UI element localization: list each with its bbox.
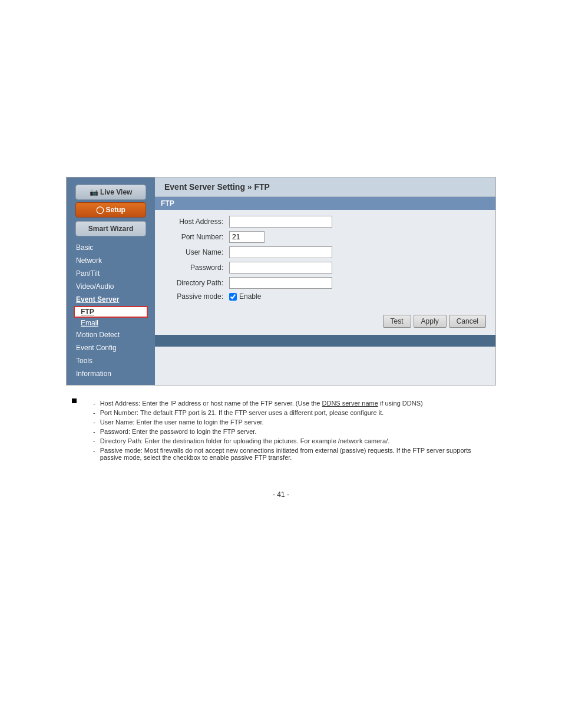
dash-1: -: [93, 400, 95, 407]
sidebar-item-tools[interactable]: Tools: [74, 354, 148, 367]
sidebar-item-motion-detect[interactable]: Motion Detect: [74, 328, 148, 341]
setup-button[interactable]: ◯ Setup: [75, 202, 146, 218]
page-title-text: Event Server Setting » FTP: [164, 182, 270, 192]
sidebar: 📷 Live View ◯ Setup Smart Wizard Basic N…: [67, 177, 155, 385]
password-label: Password:: [164, 263, 229, 272]
sidebar-item-basic[interactable]: Basic: [74, 241, 148, 254]
doc-item-password: - Password: Enter the password to login …: [93, 428, 490, 435]
live-view-button[interactable]: 📷 Live View: [75, 185, 146, 200]
doc-item-directory: - Directory Path: Enter the destination …: [93, 437, 490, 444]
user-name-input[interactable]: [229, 246, 332, 258]
passive-mode-row: Passive mode: Enable: [164, 292, 486, 301]
page-number: - 41 -: [273, 490, 289, 499]
directory-path-row: Directory Path:: [164, 277, 486, 289]
sidebar-nav: Basic Network Pan/Tilt Video/Audio Event…: [67, 241, 155, 380]
section-header: FTP: [155, 197, 495, 210]
directory-path-input[interactable]: [229, 277, 332, 289]
doc-host-text: Host Address: Enter the IP address or ho…: [100, 400, 423, 407]
ui-container: 📷 Live View ◯ Setup Smart Wizard Basic N…: [66, 177, 496, 386]
host-address-row: Host Address:: [164, 216, 486, 228]
enable-label: Enable: [239, 292, 261, 301]
passive-mode-checkbox[interactable]: [229, 293, 237, 301]
doc-item-passive: - Passive mode: Most firewalls do not ac…: [93, 447, 490, 461]
sidebar-item-network[interactable]: Network: [74, 254, 148, 267]
cancel-button[interactable]: Cancel: [449, 315, 486, 328]
sidebar-item-information[interactable]: Information: [74, 367, 148, 380]
form-area: Host Address: Port Number: User Name: Pa…: [155, 210, 495, 310]
smart-wizard-label: Smart Wizard: [88, 225, 134, 233]
dash-4: -: [93, 428, 95, 435]
dash-3: -: [93, 419, 95, 426]
dash-2: -: [93, 409, 95, 416]
camera-icon: 📷: [90, 188, 98, 196]
passive-check-area: Enable: [229, 292, 261, 301]
doc-bullet-main: - Host Address: Enter the IP address or …: [72, 397, 490, 463]
host-address-input[interactable]: [229, 216, 332, 228]
host-address-label: Host Address:: [164, 218, 229, 226]
doc-item-host: - Host Address: Enter the IP address or …: [93, 400, 490, 407]
doc-password-text: Password: Enter the password to login th…: [100, 428, 257, 435]
passive-mode-label: Passive mode:: [164, 292, 229, 301]
password-input[interactable]: [229, 262, 332, 274]
footer-bar: [155, 335, 495, 347]
doc-item-username: - User Name: Enter the user name to logi…: [93, 419, 490, 426]
dash-5: -: [93, 437, 95, 444]
doc-content: - Host Address: Enter the IP address or …: [66, 397, 496, 467]
bullet-square: [72, 398, 77, 403]
doc-passive-text: Passive mode: Most firewalls do not acce…: [100, 447, 490, 461]
password-row: Password:: [164, 262, 486, 274]
button-row: Test Apply Cancel: [155, 310, 495, 335]
setup-icon: ◯: [96, 206, 104, 214]
section-title-text: FTP: [161, 199, 174, 207]
sidebar-item-pan-tilt[interactable]: Pan/Tilt: [74, 267, 148, 280]
doc-directory-text: Directory Path: Enter the destination fo…: [100, 437, 390, 444]
page-wrapper: 📷 Live View ◯ Setup Smart Wizard Basic N…: [12, 12, 550, 499]
doc-port-text: Port Number: The default FTP port is 21.…: [100, 409, 384, 416]
apply-button[interactable]: Apply: [414, 315, 447, 328]
smart-wizard-button[interactable]: Smart Wizard: [75, 221, 146, 236]
user-name-label: User Name:: [164, 248, 229, 256]
page-title: Event Server Setting » FTP: [155, 177, 495, 197]
live-view-label: Live View: [100, 188, 132, 196]
ddns-link[interactable]: DDNS server name: [322, 400, 378, 407]
doc-main-text: - Host Address: Enter the IP address or …: [81, 397, 490, 463]
sidebar-sub-item-ftp[interactable]: FTP: [74, 306, 148, 318]
test-button[interactable]: Test: [383, 315, 411, 328]
sidebar-item-video-audio[interactable]: Video/Audio: [74, 280, 148, 293]
user-name-row: User Name:: [164, 246, 486, 258]
port-number-row: Port Number:: [164, 231, 486, 243]
dash-6: -: [93, 447, 95, 454]
setup-label: Setup: [106, 206, 125, 214]
sidebar-item-event-config[interactable]: Event Config: [74, 341, 148, 354]
sidebar-item-event-server[interactable]: Event Server: [74, 293, 148, 306]
port-number-label: Port Number:: [164, 233, 229, 241]
doc-sub-list: - Host Address: Enter the IP address or …: [93, 400, 490, 461]
main-content: Event Server Setting » FTP FTP Host Addr…: [155, 177, 495, 385]
doc-username-text: User Name: Enter the user name to login …: [100, 419, 264, 426]
port-number-input[interactable]: [229, 231, 265, 243]
sidebar-sub-item-email[interactable]: Email: [74, 318, 148, 328]
directory-path-label: Directory Path:: [164, 279, 229, 287]
page-number-text: - 41 -: [273, 490, 289, 499]
doc-item-port: - Port Number: The default FTP port is 2…: [93, 409, 490, 416]
